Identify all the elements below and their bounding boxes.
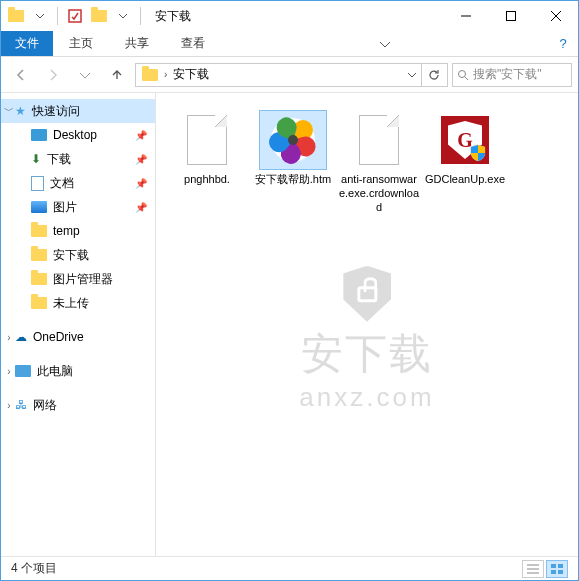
sidebar-thispc[interactable]: › 此电脑 (1, 359, 155, 383)
star-icon: ★ (15, 104, 26, 118)
qat-separator (57, 7, 58, 25)
file-item[interactable]: anti-ransomware.exe.crdownload (336, 107, 422, 218)
sidebar-item-anxz[interactable]: 安下载 (1, 243, 155, 267)
body: ﹀ ★ 快速访问 Desktop 📌 ⬇ 下载 📌 文档 📌 图片 (1, 93, 578, 556)
refresh-button[interactable] (421, 64, 445, 86)
qat-newfolder-icon[interactable] (88, 5, 110, 27)
file-thumb (174, 111, 240, 169)
sidebar-quick-access[interactable]: ﹀ ★ 快速访问 (1, 99, 155, 123)
nav-forward-button[interactable] (39, 61, 67, 89)
breadcrumb-folder[interactable]: 安下载 (169, 66, 213, 83)
onedrive-icon: ☁ (15, 330, 27, 344)
qat-folder-icon[interactable] (5, 5, 27, 27)
navigation-pane[interactable]: ﹀ ★ 快速访问 Desktop 📌 ⬇ 下载 📌 文档 📌 图片 (1, 93, 156, 556)
quick-access-toolbar (1, 5, 149, 27)
icons-view-button[interactable] (546, 560, 568, 578)
sidebar-item-temp[interactable]: temp (1, 219, 155, 243)
ribbon-tab-file[interactable]: 文件 (1, 31, 53, 56)
expand-icon[interactable]: › (3, 366, 15, 377)
file-thumb (260, 111, 326, 169)
ribbon-tab-home[interactable]: 主页 (53, 31, 109, 56)
watermark-text: 安下载 (299, 326, 434, 382)
desktop-icon (31, 129, 47, 141)
qat-customize-icon[interactable] (112, 5, 134, 27)
folder-icon (31, 273, 47, 285)
sidebar-item-label: 文档 (50, 175, 74, 192)
chevron-right-icon[interactable]: › (162, 69, 169, 80)
sidebar-label: OneDrive (33, 330, 84, 344)
details-view-button[interactable] (522, 560, 544, 578)
sidebar-item-picmgr[interactable]: 图片管理器 (1, 267, 155, 291)
file-item[interactable]: G GDCleanUp.exe (422, 107, 508, 218)
ribbon-tab-view[interactable]: 查看 (165, 31, 221, 56)
sidebar-item-desktop[interactable]: Desktop 📌 (1, 123, 155, 147)
nav-back-button[interactable] (7, 61, 35, 89)
file-name: 安下载帮助.htm (255, 173, 331, 187)
expand-icon[interactable]: › (3, 400, 15, 411)
pinwheel-icon (271, 118, 315, 162)
gdata-shield-icon: G (441, 116, 489, 164)
address-history-dropdown[interactable] (403, 64, 421, 86)
blank-file-icon (359, 115, 399, 165)
sidebar-item-label: 未上传 (53, 295, 89, 312)
svg-rect-2 (506, 12, 515, 21)
sidebar-label: 此电脑 (37, 363, 73, 380)
pin-icon: 📌 (135, 178, 147, 189)
close-button[interactable] (533, 2, 578, 30)
sidebar-item-label: 图片 (53, 199, 77, 216)
window-buttons (443, 2, 578, 30)
search-placeholder: 搜索"安下载" (473, 66, 542, 83)
sidebar-onedrive[interactable]: › ☁ OneDrive (1, 325, 155, 349)
minimize-button[interactable] (443, 2, 488, 30)
sidebar-item-pictures[interactable]: 图片 📌 (1, 195, 155, 219)
sidebar-item-downloads[interactable]: ⬇ 下载 📌 (1, 147, 155, 171)
sidebar-label: 快速访问 (32, 103, 80, 120)
search-input[interactable]: 搜索"安下载" (452, 63, 572, 87)
watermark-url: anxz.com (299, 382, 434, 413)
svg-rect-12 (551, 570, 556, 574)
file-grid: pnghhbd. 安下载帮助.htm (164, 107, 570, 218)
view-switcher (522, 560, 568, 578)
thispc-icon (15, 365, 31, 377)
documents-icon (31, 176, 44, 191)
qat-properties-icon[interactable] (64, 5, 86, 27)
sidebar-item-label: Desktop (53, 128, 97, 142)
pictures-icon (31, 201, 47, 213)
svg-rect-13 (558, 570, 563, 574)
titlebar: 安下载 (1, 1, 578, 31)
svg-rect-10 (551, 564, 556, 568)
svg-point-5 (459, 70, 466, 77)
network-icon: 🖧 (15, 398, 27, 412)
sidebar-item-documents[interactable]: 文档 📌 (1, 171, 155, 195)
expand-icon[interactable]: ﹀ (3, 104, 15, 118)
nav-up-button[interactable] (103, 61, 131, 89)
file-item[interactable]: 安下载帮助.htm (250, 107, 336, 218)
folder-icon (142, 69, 158, 81)
sidebar-item-label: 下载 (47, 151, 71, 168)
sidebar-item-unupload[interactable]: 未上传 (1, 291, 155, 315)
ribbon-tab-share[interactable]: 共享 (109, 31, 165, 56)
folder-icon (31, 225, 47, 237)
address-bar[interactable]: › 安下载 (135, 63, 448, 87)
sidebar-network[interactable]: › 🖧 网络 (1, 393, 155, 417)
ribbon-expand-button[interactable] (370, 31, 400, 56)
expand-icon[interactable]: › (3, 332, 15, 343)
blank-file-icon (187, 115, 227, 165)
qat-dropdown-icon[interactable] (29, 5, 51, 27)
sidebar-item-label: 图片管理器 (53, 271, 113, 288)
maximize-button[interactable] (488, 2, 533, 30)
svg-line-6 (465, 77, 468, 80)
file-thumb: G (432, 111, 498, 169)
svg-rect-11 (558, 564, 563, 568)
file-name: GDCleanUp.exe (425, 173, 505, 187)
file-item[interactable]: pnghhbd. (164, 107, 250, 218)
nav-recent-dropdown[interactable] (71, 61, 99, 89)
breadcrumb-root[interactable] (138, 69, 162, 81)
ribbon-help-button[interactable]: ? (548, 31, 578, 56)
pin-icon: 📌 (135, 154, 147, 165)
file-view[interactable]: 安下载 anxz.com pnghhbd. (156, 93, 578, 556)
sidebar-item-label: 安下载 (53, 247, 89, 264)
sidebar-label: 网络 (33, 397, 57, 414)
address-bar-row: › 安下载 搜索"安下载" (1, 57, 578, 93)
svg-rect-0 (69, 10, 81, 22)
